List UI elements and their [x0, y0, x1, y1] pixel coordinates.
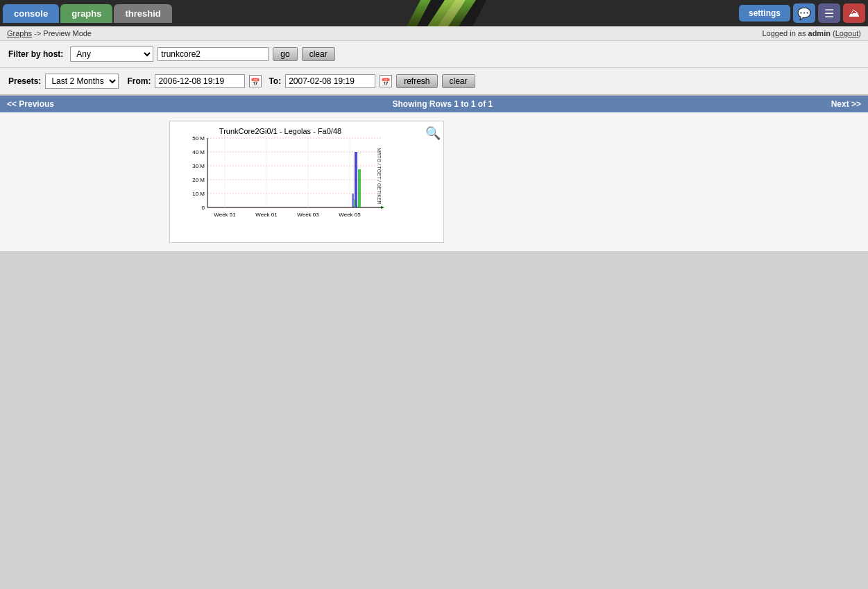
breadcrumb-bar: Graphs -> Preview Mode Logged in as admi… — [0, 26, 868, 41]
svg-rect-34 — [352, 194, 354, 207]
admin-username: admin — [808, 29, 831, 37]
to-calendar-icon[interactable]: 📅 — [380, 75, 392, 87]
from-date-input[interactable] — [155, 74, 245, 88]
from-label: From: — [127, 76, 151, 86]
logged-in-text: Logged in as — [762, 29, 806, 37]
presets-label: Presets: — [8, 76, 41, 86]
nav-right-buttons: settings 💬 ☰ ⛰ — [739, 3, 865, 23]
showing-rows-text: Showing Rows 1 to 1 of 1 — [393, 99, 493, 109]
site-logo — [365, 0, 504, 26]
refresh-button[interactable]: refresh — [396, 74, 437, 88]
svg-rect-33 — [358, 169, 361, 207]
logout-link[interactable]: Logout — [835, 29, 859, 37]
filter-clear-button[interactable]: clear — [302, 47, 335, 61]
svg-text:50 M: 50 M — [192, 135, 205, 142]
host-select[interactable]: Any All — [70, 46, 153, 62]
svg-rect-35 — [354, 199, 356, 207]
svg-text:MRTG / TGET / GETIKER: MRTG / TGET / GETIKER — [377, 148, 382, 204]
nav-tab-threshold[interactable]: threshid — [114, 4, 171, 23]
results-left-area — [8, 121, 161, 243]
results-content: TrunkCore2Gi0/1 - Legolas - Fa0/48 bits … — [0, 112, 868, 251]
login-info: Logged in as admin (Logout) — [762, 29, 861, 37]
results-header: << Previous Showing Rows 1 to 1 of 1 Nex… — [0, 96, 868, 112]
zoom-icon[interactable]: 🔍 — [425, 126, 441, 141]
nav-tab-console[interactable]: console — [3, 4, 59, 23]
results-area: << Previous Showing Rows 1 to 1 of 1 Nex… — [0, 96, 868, 251]
list-icon-button[interactable]: ☰ — [818, 3, 840, 23]
top-navigation: console graphs threshid — [0, 0, 868, 26]
to-date-input[interactable] — [285, 74, 375, 88]
svg-text:40 M: 40 M — [192, 149, 205, 155]
svg-text:Week 05: Week 05 — [339, 212, 361, 218]
chart-svg: TrunkCore2Gi0/1 - Legolas - Fa0/48 bits … — [173, 124, 423, 235]
svg-text:0: 0 — [202, 205, 205, 211]
svg-text:Week 51: Week 51 — [214, 212, 236, 218]
next-button[interactable]: Next >> — [831, 99, 861, 109]
breadcrumb: Graphs -> Preview Mode — [7, 29, 92, 37]
presets-clear-button[interactable]: clear — [442, 74, 475, 88]
go-button[interactable]: go — [273, 47, 297, 61]
chat-icon-button[interactable]: 💬 — [793, 3, 815, 23]
svg-text:Week 03: Week 03 — [297, 212, 319, 218]
host-search-input[interactable] — [158, 47, 269, 61]
graph-chart: TrunkCore2Gi0/1 - Legolas - Fa0/48 bits … — [173, 124, 423, 235]
alert-icon-button[interactable]: ⛰ — [843, 3, 865, 23]
to-label: To: — [269, 76, 281, 86]
svg-text:TrunkCore2Gi0/1 - Legolas - Fa: TrunkCore2Gi0/1 - Legolas - Fa0/48 — [219, 127, 341, 135]
svg-text:30 M: 30 M — [192, 163, 205, 169]
from-calendar-icon[interactable]: 📅 — [249, 75, 262, 87]
graph-container: TrunkCore2Gi0/1 - Legolas - Fa0/48 bits … — [169, 121, 444, 243]
presets-section: Presets: Last 2 Months Last Month Last W… — [0, 68, 868, 96]
svg-text:Week 01: Week 01 — [255, 212, 278, 218]
svg-text:20 M: 20 M — [192, 177, 205, 183]
preset-select[interactable]: Last 2 Months Last Month Last Week Last … — [45, 74, 119, 89]
nav-tab-graphs[interactable]: graphs — [60, 4, 112, 23]
breadcrumb-separator: -> — [34, 29, 41, 37]
prev-button[interactable]: << Previous — [7, 99, 54, 109]
svg-text:10 M: 10 M — [192, 191, 205, 197]
breadcrumb-current: Preview Mode — [43, 29, 92, 37]
filter-section: Filter by host: Any All go clear — [0, 41, 868, 68]
settings-button[interactable]: settings — [739, 5, 790, 22]
filter-by-host-label: Filter by host: — [8, 49, 63, 59]
breadcrumb-graphs-link[interactable]: Graphs — [7, 29, 32, 37]
